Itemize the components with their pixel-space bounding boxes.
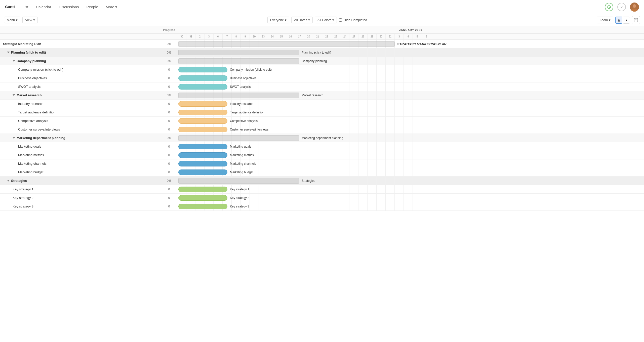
gantt-bar-wrapper[interactable]: Key strategy 3: [178, 204, 249, 209]
nav-gantt[interactable]: Gantt: [5, 4, 15, 10]
nav-people[interactable]: People: [86, 4, 98, 10]
table-row[interactable]: Business objectives0: [0, 74, 177, 82]
date-cell: 20: [304, 34, 313, 39]
gantt-bar-wrapper[interactable]: Market research: [178, 93, 324, 98]
everyone-filter[interactable]: Everyone ▾: [267, 17, 290, 23]
view-button[interactable]: View ▾: [22, 17, 38, 23]
collapse-arrow[interactable]: [13, 94, 15, 97]
table-row[interactable]: Strategic Marketing Plan0%: [0, 40, 177, 48]
export-button[interactable]: [632, 16, 640, 24]
table-row[interactable]: Key strategy 10: [0, 185, 177, 194]
gantt-bar-wrapper[interactable]: Planning (click to edit): [178, 50, 331, 55]
table-row[interactable]: Competitive analysis0: [0, 117, 177, 125]
hide-completed-label[interactable]: Hide Completed: [339, 18, 367, 22]
chart-row: Company mission (click to edit): [177, 65, 644, 74]
table-row[interactable]: Target audience definition0: [0, 108, 177, 117]
grid-view-btn[interactable]: ▦: [615, 17, 622, 24]
zoom-button[interactable]: Zoom ▾: [597, 17, 613, 23]
table-row[interactable]: Marketing goals0: [0, 142, 177, 151]
gantt-bar-wrapper[interactable]: Marketing metrics: [178, 152, 254, 158]
all-colors-filter[interactable]: All Colors ▾: [315, 17, 337, 23]
nav-discussions[interactable]: Discussions: [59, 4, 79, 10]
table-row[interactable]: Marketing budget0: [0, 168, 177, 177]
chart-row: Company planning: [177, 57, 644, 65]
gantt-bar[interactable]: [178, 58, 299, 64]
gantt-bar-wrapper[interactable]: Marketing budget: [178, 169, 253, 175]
gantt-bar-wrapper[interactable]: Company planning: [178, 58, 327, 64]
gantt-bar[interactable]: [178, 84, 227, 90]
chart-row: Marketing metrics: [177, 151, 644, 159]
gantt-bar-wrapper[interactable]: Business objectives: [178, 75, 256, 81]
gantt-bar[interactable]: [178, 110, 227, 115]
table-row[interactable]: Company mission (click to edit)0: [0, 65, 177, 74]
gantt-bar-wrapper[interactable]: Marketing channels: [178, 161, 256, 166]
table-row[interactable]: Key strategy 20: [0, 194, 177, 202]
all-dates-filter[interactable]: All Dates ▾: [291, 17, 313, 23]
nav-list[interactable]: List: [22, 4, 28, 10]
table-row[interactable]: Company planning0%: [0, 57, 177, 65]
gantt-bar-wrapper[interactable]: Strategies: [178, 178, 315, 184]
bar-label: Key strategy 3: [230, 205, 249, 208]
gantt-bar-wrapper[interactable]: Key strategy 1: [178, 187, 249, 192]
gantt-bar-wrapper[interactable]: STRATEGIC MARKETING PLAN: [178, 41, 446, 47]
gantt-bar-wrapper[interactable]: Industry research: [178, 101, 253, 107]
menu-button[interactable]: Menu ▾: [4, 17, 20, 23]
gantt-right-panel: STRATEGIC MARKETING PLANPlanning (click …: [177, 40, 644, 342]
collapse-arrow[interactable]: [13, 60, 15, 62]
nav-more[interactable]: More ▾: [106, 4, 117, 10]
table-row[interactable]: SWOT analysis0: [0, 82, 177, 91]
table-row[interactable]: Customer surveys/interviews0: [0, 125, 177, 134]
gantt-bar-wrapper[interactable]: Competitive analysis: [178, 118, 258, 124]
bar-label: Marketing department planning: [302, 136, 343, 140]
bar-label: Marketing budget: [230, 170, 253, 174]
nav-calendar[interactable]: Calendar: [36, 4, 51, 10]
gantt-bar[interactable]: [178, 118, 227, 124]
hide-completed-checkbox[interactable]: [339, 18, 342, 22]
gantt-bar-wrapper[interactable]: SWOT analysis: [178, 84, 251, 90]
table-row[interactable]: Industry research0: [0, 100, 177, 108]
gantt-bar[interactable]: [178, 204, 227, 209]
gantt-chart-rows: STRATEGIC MARKETING PLANPlanning (click …: [177, 40, 644, 211]
gantt-bar[interactable]: [178, 75, 227, 81]
gantt-bar-wrapper[interactable]: Marketing department planning: [178, 135, 343, 141]
collapse-arrow[interactable]: [7, 179, 10, 182]
gantt-bar-wrapper[interactable]: Customer surveys/interviews: [178, 127, 268, 132]
gantt-bar[interactable]: [178, 161, 227, 166]
date-cell: 30: [177, 34, 186, 39]
gantt-bar[interactable]: [178, 169, 227, 175]
help-icon[interactable]: ?: [617, 3, 626, 11]
bar-label: Marketing goals: [230, 145, 251, 148]
gantt-bar[interactable]: [178, 93, 299, 98]
gantt-bar[interactable]: [178, 178, 299, 184]
table-row[interactable]: Strategies0%: [0, 177, 177, 185]
gantt-bar[interactable]: [178, 195, 227, 201]
gantt-bar-wrapper[interactable]: Key strategy 2: [178, 195, 249, 201]
collapse-arrow[interactable]: [7, 51, 10, 54]
gantt-bar[interactable]: [178, 144, 227, 149]
gantt-bar[interactable]: [178, 135, 299, 141]
gantt-bar-wrapper[interactable]: Company mission (click to edit): [178, 67, 272, 72]
timer-icon[interactable]: [605, 3, 613, 11]
chart-row: Marketing channels: [177, 159, 644, 168]
gantt-bar-wrapper[interactable]: Target audience definition: [178, 110, 264, 115]
gantt-bar[interactable]: [178, 187, 227, 192]
toolbar: Menu ▾ View ▾ Everyone ▾ All Dates ▾ All…: [0, 14, 644, 26]
table-row[interactable]: Planning (click to edit)0%: [0, 48, 177, 57]
table-row[interactable]: Marketing department planning0%: [0, 134, 177, 142]
chevron-view-btn[interactable]: ▾: [623, 17, 630, 24]
table-row[interactable]: Market research0%: [0, 91, 177, 100]
gantt-bar[interactable]: [178, 41, 395, 47]
gantt-bar[interactable]: [178, 127, 227, 132]
gantt-bar[interactable]: [178, 50, 299, 55]
table-row[interactable]: Marketing metrics0: [0, 151, 177, 159]
bar-label: Key strategy 2: [230, 196, 249, 200]
gantt-bar[interactable]: [178, 67, 227, 72]
user-avatar[interactable]: [630, 3, 639, 12]
collapse-arrow[interactable]: [13, 137, 15, 139]
table-row[interactable]: Marketing channels0: [0, 159, 177, 168]
gantt-bar-wrapper[interactable]: Marketing goals: [178, 144, 251, 149]
table-row[interactable]: Key strategy 30: [0, 202, 177, 211]
gantt-bar[interactable]: [178, 101, 227, 107]
date-cell: 10: [250, 34, 259, 39]
gantt-bar[interactable]: [178, 152, 227, 158]
